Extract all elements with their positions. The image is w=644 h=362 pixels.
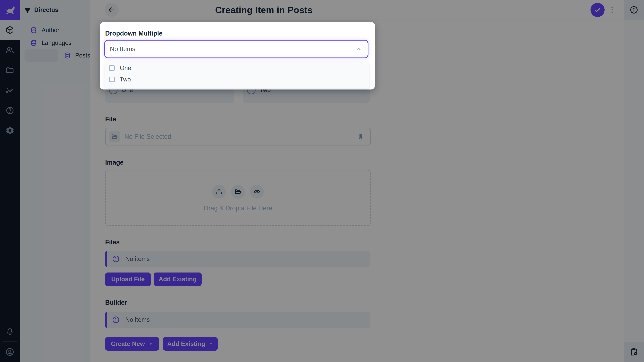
checkbox-one[interactable] — [109, 65, 115, 71]
app-root: Directus Author Languages Posts Creating… — [0, 0, 644, 362]
chevron-up-icon — [355, 45, 362, 53]
option-one[interactable]: One — [105, 62, 369, 74]
dropdown-multiple-label: Dropdown Multiple — [105, 30, 162, 37]
option-label: Two — [120, 76, 131, 83]
select-value: No Items — [110, 45, 355, 53]
option-two[interactable]: Two — [105, 74, 369, 85]
checkbox-two[interactable] — [109, 77, 115, 82]
dropdown-multiple-select[interactable]: No Items — [104, 40, 368, 58]
dropdown-multiple-popup: Dropdown Multiple No Items One Two — [100, 22, 375, 89]
option-label: One — [120, 64, 131, 71]
dropdown-menu: One Two — [105, 62, 369, 88]
